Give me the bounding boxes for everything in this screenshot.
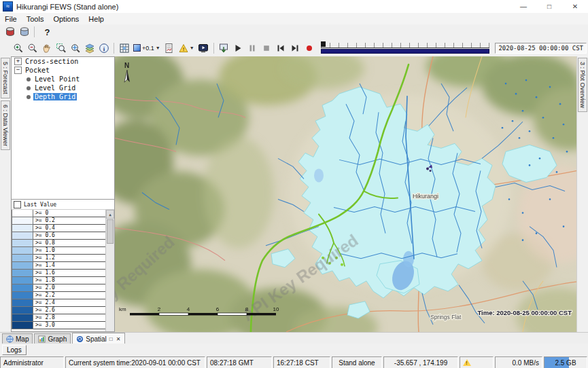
chart-icon <box>38 335 46 343</box>
zoom-extent-button[interactable] <box>68 41 82 55</box>
step-to-end-button[interactable] <box>288 41 302 55</box>
stop-button[interactable] <box>260 41 274 55</box>
layer-tree: + Cross-section − Pocket Level Point Lev… <box>11 56 115 200</box>
legend-title: Last Value <box>24 202 56 208</box>
collapse-icon[interactable]: − <box>14 67 22 74</box>
zoom-region-button[interactable] <box>54 41 68 55</box>
menu-tools[interactable]: Tools <box>22 14 49 24</box>
undock-tab-icon[interactable]: □ <box>109 336 114 342</box>
close-tab-icon[interactable]: ✕ <box>116 336 122 342</box>
legend-label: >= 1.8 <box>33 277 106 284</box>
legend-label: >= 0.8 <box>33 240 106 247</box>
pause-button[interactable] <box>245 41 260 55</box>
legend-swatch <box>12 232 33 240</box>
legend-scrollbar[interactable]: ▲ <box>105 210 114 331</box>
record-icon <box>305 43 314 53</box>
legend-label: >= 1.6 <box>33 270 106 277</box>
legend-label: >= 2.6 <box>33 307 106 314</box>
legend-row: >= 0 <box>12 210 106 217</box>
tab-graph[interactable]: Graph <box>34 333 71 344</box>
time-ruler <box>321 43 490 48</box>
legend-label: >= 1.4 <box>33 262 106 270</box>
time-cursor-handle[interactable] <box>321 41 326 47</box>
tree-item-depth-grid[interactable]: Depth Grid <box>12 92 114 101</box>
legend-row: >= 2.8 <box>12 314 106 322</box>
scrollbar-thumb[interactable] <box>107 219 114 244</box>
legend-swatch <box>12 240 33 247</box>
play-button[interactable] <box>231 41 245 55</box>
main-area: 5 : Forecast 6 : Data Viewer + Cross-sec… <box>0 56 588 332</box>
tab-plot-overview[interactable]: 3 : Plot Overview <box>578 58 587 112</box>
chevron-down-icon: ▼ <box>190 45 194 50</box>
main-toolbar: ? <box>0 24 588 40</box>
legend-row: >= 2.6 <box>12 307 106 314</box>
info-button[interactable]: i <box>97 41 111 55</box>
step-to-begin-button[interactable] <box>274 41 288 55</box>
legend-swatch <box>12 284 33 292</box>
close-button[interactable]: ✕ <box>562 0 588 13</box>
map-toolbar: i +0.1 ▼ ! ▼ <box>0 39 588 57</box>
right-tab-strip: 3 : Plot Overview <box>576 56 588 332</box>
status-system-time: Current system time:2020-09-01 00:00 CST <box>65 356 205 368</box>
toolbar-separator <box>213 43 214 54</box>
menu-help[interactable]: Help <box>84 14 109 24</box>
database-export-button[interactable] <box>17 25 31 39</box>
legend-row: >= 0.2 <box>12 217 106 225</box>
pan-hand-icon <box>41 43 52 54</box>
legend-row: >= 0.4 <box>12 225 106 232</box>
pan-button[interactable] <box>39 41 54 55</box>
expand-icon[interactable]: + <box>14 58 22 65</box>
zoom-out-button[interactable] <box>25 41 39 55</box>
legend-swatch <box>12 217 33 225</box>
spatial-icon <box>76 335 84 343</box>
minimize-button[interactable]: — <box>511 0 536 13</box>
legend-label: >= 2.4 <box>33 299 106 307</box>
profile-button[interactable] <box>162 41 177 55</box>
tab-forecast[interactable]: 5 : Forecast <box>1 58 10 98</box>
time-slider[interactable] <box>321 41 490 54</box>
export-animation-button[interactable] <box>217 41 231 55</box>
tree-item-level-grid[interactable]: Level Grid <box>12 84 114 92</box>
document-icon <box>164 43 175 54</box>
stop-icon <box>262 43 271 53</box>
tab-map[interactable]: Map <box>2 333 33 344</box>
zoom-extent-icon <box>70 43 81 54</box>
tree-item-pocket[interactable]: − Pocket <box>12 66 114 75</box>
scale-unit: km <box>119 306 126 312</box>
status-mode: Stand alone <box>332 356 382 368</box>
menu-bar: File Tools Options Help <box>0 13 588 25</box>
database-import-button[interactable] <box>3 25 17 39</box>
status-user: Administrator <box>0 356 64 368</box>
bullet-icon <box>27 77 31 81</box>
status-alerts[interactable] <box>460 356 494 368</box>
legend-swatch <box>12 314 33 322</box>
legend-row: >= 0.6 <box>12 232 106 240</box>
bullet-icon <box>27 95 31 99</box>
scroll-up-icon[interactable]: ▲ <box>106 210 114 219</box>
tree-item-cross-section[interactable]: + Cross-section <box>12 57 114 66</box>
thresholds-dropdown[interactable]: ! ▼ <box>177 42 196 54</box>
tab-data-viewer[interactable]: 6 : Data Viewer <box>1 100 10 150</box>
svg-text:2: 2 <box>158 306 161 312</box>
legend-label: >= 3.0 <box>33 322 106 329</box>
map-viewport[interactable]: API Key Required API Key Required Hikura… <box>115 56 577 332</box>
last-value-checkbox[interactable] <box>14 201 21 208</box>
class-interval-dropdown[interactable]: +0.1 ▼ <box>131 42 162 54</box>
layers-button[interactable] <box>82 41 97 55</box>
animation-display-button[interactable] <box>196 41 211 55</box>
zoom-in-button[interactable] <box>11 41 25 55</box>
toolbar-separator <box>114 43 114 54</box>
logs-button[interactable]: Logs <box>2 345 27 355</box>
tab-spatial[interactable]: Spatial □ ✕ <box>72 333 125 344</box>
tree-item-level-point[interactable]: Level Point <box>12 75 114 84</box>
status-memory: 2.5 GB <box>544 356 587 368</box>
maximize-button[interactable]: □ <box>536 0 562 13</box>
menu-file[interactable]: File <box>0 14 22 24</box>
record-button[interactable] <box>302 41 317 55</box>
grid-toggle-button[interactable] <box>117 41 131 55</box>
info-icon: i <box>99 43 109 54</box>
help-button[interactable]: ? <box>37 25 57 39</box>
title-bar: ≈ Hikurangi FEWS (Stand alone) — □ ✕ <box>0 0 588 14</box>
menu-options[interactable]: Options <box>48 14 84 24</box>
logs-row: Logs <box>0 344 588 356</box>
